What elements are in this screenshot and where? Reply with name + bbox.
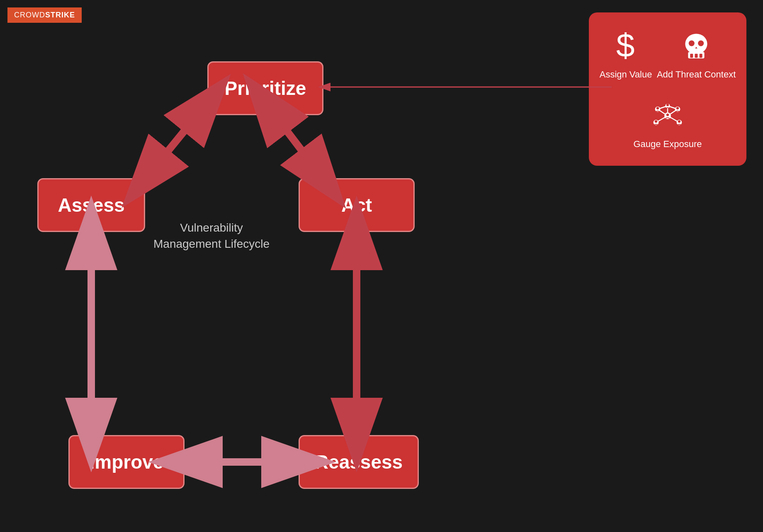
crowdstrike-logo: CROWDSTRIKE [7, 7, 82, 23]
prioritize-assess-arrow [145, 103, 207, 179]
network-icon [651, 100, 684, 135]
context-panel: $ Assign Value [589, 12, 746, 166]
lifecycle-label: Vulnerability Management Lifecycle [153, 220, 270, 252]
svg-point-24 [678, 120, 680, 123]
add-threat-context-label: Add Threat Context [657, 69, 736, 80]
svg-text:$: $ [616, 29, 635, 62]
reassess-box: Reassess [299, 435, 419, 489]
svg-point-22 [676, 107, 679, 109]
svg-line-14 [658, 109, 668, 116]
add-threat-context-item: Add Threat Context [657, 31, 736, 80]
svg-point-25 [666, 104, 669, 106]
assign-value-item: $ Assign Value [600, 29, 652, 80]
svg-point-4 [698, 41, 704, 46]
svg-point-3 [689, 41, 695, 46]
improve-box: Improve [68, 435, 185, 489]
skull-icon [682, 31, 711, 66]
svg-line-15 [668, 109, 678, 116]
svg-rect-5 [690, 54, 693, 58]
svg-rect-6 [695, 54, 698, 58]
assign-value-label: Assign Value [600, 69, 652, 80]
prioritize-box: Prioritize [207, 61, 323, 115]
gauge-exposure-item: Gauge Exposure [633, 100, 702, 150]
gauge-exposure-label: Gauge Exposure [633, 139, 702, 150]
svg-line-17 [668, 116, 679, 122]
context-top-row: $ Assign Value [597, 29, 738, 80]
dollar-icon: $ [611, 29, 640, 66]
svg-line-16 [656, 116, 668, 122]
act-box: Act [299, 178, 415, 232]
svg-point-26 [666, 114, 669, 116]
svg-rect-7 [700, 54, 702, 58]
svg-point-23 [655, 120, 657, 123]
assess-box: Assess [37, 178, 145, 232]
svg-point-21 [656, 107, 659, 109]
svg-point-1 [685, 34, 707, 54]
